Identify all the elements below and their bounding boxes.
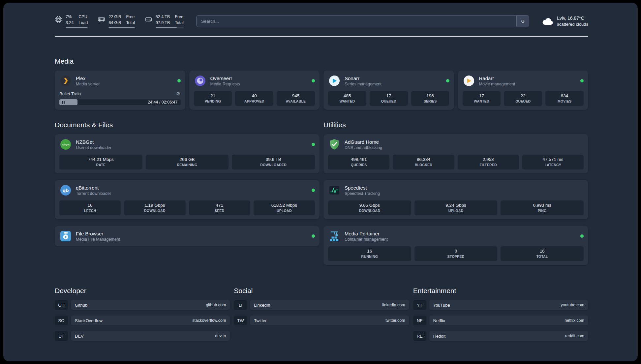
media-section: Plex Media server Bullet Train ⚙ 24:44 /…	[55, 71, 588, 110]
qbittorrent-icon: qb	[59, 184, 72, 197]
bookmark-abbr: GH	[55, 300, 68, 310]
bookmark-url: reddit.com	[565, 334, 584, 338]
status-dot	[580, 234, 584, 238]
disk-usage-bar	[156, 27, 184, 28]
app-card-filebrowser[interactable]: File Browser Media File Management	[55, 226, 320, 246]
search-engine-button[interactable]: G	[516, 15, 529, 27]
bookmark-github[interactable]: GH Github github.com	[55, 300, 230, 310]
bookmark-name: StackOverflow	[75, 318, 103, 323]
app-subtitle: Media File Management	[76, 237, 308, 242]
app-subtitle: Torrent downloader	[76, 191, 308, 196]
bookmark-url: twitter.com	[385, 318, 405, 323]
bookmark-abbr: TW	[234, 316, 247, 325]
stat-box: 16 TOTAL	[501, 246, 584, 261]
sonarr-icon	[328, 75, 341, 87]
dashboard-panel: 7%3.24 CPULoad 22 GiB64 Gi	[3, 3, 638, 361]
app-title: NZBGet	[76, 139, 308, 145]
app-title: Overseerr	[210, 76, 308, 81]
status-dot	[312, 143, 315, 146]
app-title: qBittorrent	[76, 185, 308, 191]
now-playing-title: Bullet Train	[59, 91, 81, 96]
app-title: Radarr	[479, 76, 577, 81]
cpu-values: 7%3.24	[66, 14, 74, 26]
bookmark-name: Reddit	[433, 334, 446, 339]
documents-section: Documents & Files nzbget NZBGet U	[55, 121, 320, 246]
topbar: 7%3.24 CPULoad 22 GiB64 Gi	[55, 14, 588, 28]
gear-icon[interactable]: ⚙	[176, 91, 180, 97]
weather-condition: scattered clouds	[557, 21, 588, 28]
stat-box: 485 WANTED	[328, 91, 366, 106]
app-card-overseerr[interactable]: Overseerr Media Requests 21 PENDING 40 A…	[189, 71, 320, 110]
app-subtitle: Media server	[76, 82, 173, 86]
bookmarks-developer: Developer GH Github github.com SO StackO…	[55, 287, 230, 341]
bookmark-abbr: RE	[413, 331, 426, 341]
stat-box: 744.21 Mbps RATE	[59, 155, 142, 169]
memory-values: 22 GiB64 GiB	[108, 14, 121, 26]
search-input[interactable]	[197, 15, 517, 27]
section-title-media: Media	[55, 57, 588, 65]
app-card-plex[interactable]: Plex Media server Bullet Train ⚙ 24:44 /…	[55, 71, 185, 110]
bookmark-youtube[interactable]: YT YouTube youtube.com	[413, 300, 588, 310]
app-card-sonarr[interactable]: Sonarr Series management 485 WANTED 17 Q…	[323, 71, 454, 110]
app-subtitle: Series management	[345, 82, 442, 86]
bookmark-url: linkedin.com	[382, 303, 405, 307]
bookmark-reddit[interactable]: RE Reddit reddit.com	[413, 331, 588, 341]
bookmark-dev[interactable]: DT DEV dev.to	[55, 331, 230, 341]
stat-box: 498,461 QUERIES	[328, 155, 389, 169]
stat-box: 196 SERIES	[411, 91, 449, 106]
status-dot	[580, 79, 584, 82]
app-subtitle: Usenet downloader	[76, 145, 308, 150]
stat-box: 17 QUEUED	[370, 91, 408, 106]
bookmark-url: github.com	[206, 303, 226, 307]
app-subtitle: Speedtest Tracking	[345, 191, 584, 196]
app-card-nzbget[interactable]: nzbget NZBGet Usenet downloader 744.21 M…	[55, 134, 320, 173]
bookmark-name: Github	[75, 303, 87, 308]
status-dot	[312, 189, 315, 192]
app-subtitle: DNS and adblocking	[345, 145, 584, 150]
radarr-icon	[463, 75, 475, 87]
stat-box: 21 PENDING	[194, 91, 232, 106]
disk-values: 52.4 TB97.9 TB	[156, 14, 170, 26]
app-title: File Browser	[76, 231, 308, 236]
bookmark-url: stackoverflow.com	[192, 318, 226, 323]
pause-icon[interactable]	[62, 101, 65, 104]
app-title: Speedtest	[345, 185, 584, 191]
bookmark-twitter[interactable]: TW Twitter twitter.com	[234, 316, 409, 325]
bookmark-abbr: DT	[55, 331, 68, 341]
memory-usage-bar	[108, 27, 135, 28]
app-card-qbittorrent[interactable]: qb qBittorrent Torrent downloader 16 LEE…	[55, 180, 320, 219]
app-card-adguard[interactable]: AdGuard Home DNS and adblocking 498,461 …	[323, 134, 588, 173]
playback-progress-bar[interactable]: 24:44 / 02:06:47	[59, 99, 181, 105]
stat-box: 834 MOVIES	[545, 91, 584, 106]
app-title: AdGuard Home	[345, 139, 584, 145]
stat-box: 471 SEED	[189, 200, 250, 215]
status-dot	[312, 234, 315, 238]
weather-widget: Lviv, 16.87°C scattered clouds	[542, 15, 588, 28]
bookmark-netflix[interactable]: NF Netflix netflix.com	[413, 316, 588, 325]
status-dot	[446, 79, 449, 82]
bookmark-abbr: SO	[55, 316, 68, 325]
cpu-labels: CPULoad	[78, 14, 88, 26]
stat-box: 17 WANTED	[463, 91, 501, 106]
disk-icon	[145, 15, 152, 23]
filebrowser-icon	[59, 230, 72, 242]
bookmark-linkedin[interactable]: LI LinkedIn linkedin.com	[234, 300, 409, 310]
stat-box: 16 RUNNING	[328, 246, 411, 261]
stat-box: 86,384 BLOCKED	[393, 155, 454, 169]
cpu-widget: 7%3.24 CPULoad	[55, 14, 88, 28]
plex-icon	[59, 75, 72, 87]
memory-widget: 22 GiB64 GiB FreeTotal	[98, 14, 135, 28]
overseerr-icon	[194, 75, 206, 87]
app-card-portainer[interactable]: Media Portainer Container management 16 …	[323, 226, 588, 265]
app-card-speedtest[interactable]: Speedtest Speedtest Tracking 9.65 Gbps D…	[323, 180, 588, 219]
bookmark-name: LinkedIn	[254, 303, 270, 308]
speedtest-icon	[328, 184, 341, 197]
utilities-section: Utilities AdGuard Home	[323, 121, 588, 265]
app-title: Media Portainer	[345, 231, 576, 236]
app-title: Plex	[76, 76, 173, 81]
bookmark-stackoverflow[interactable]: SO StackOverflow stackoverflow.com	[55, 316, 230, 325]
app-card-radarr[interactable]: Radarr Movie management 17 WANTED 22 QUE…	[458, 71, 589, 110]
stat-box: 0 STOPPED	[414, 246, 498, 261]
stat-box: 22 QUEUED	[504, 91, 542, 106]
topbar-divider	[55, 36, 588, 37]
